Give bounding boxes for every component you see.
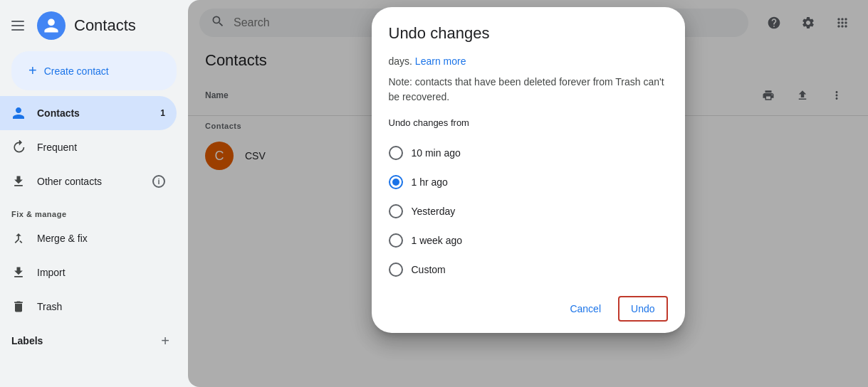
labels-section: Labels + xyxy=(0,324,188,358)
radio-label-yesterday: Yesterday xyxy=(412,204,456,219)
dialog-body-text: days. Learn more xyxy=(389,54,668,69)
import-label: Import xyxy=(37,267,66,278)
trash-icon xyxy=(11,299,26,314)
fix-manage-section-label: Fix & manage xyxy=(0,198,188,221)
cancel-button[interactable]: Cancel xyxy=(558,297,612,320)
radio-group-label: Undo changes from xyxy=(389,116,668,130)
dialog-overlay: Undo changes days. Learn more Note: cont… xyxy=(188,0,868,387)
sidebar-item-merge-fix[interactable]: Merge & fix xyxy=(0,221,177,255)
history-icon xyxy=(11,140,26,154)
trash-label: Trash xyxy=(37,301,62,312)
radio-option-1week[interactable]: 1 week ago xyxy=(389,226,668,255)
contacts-badge: 1 xyxy=(160,108,165,118)
radio-circle-1week xyxy=(389,233,403,248)
sidebar-item-other-contacts[interactable]: Other contacts i xyxy=(0,164,177,198)
create-contact-label: Create contact xyxy=(44,65,109,77)
radio-option-custom[interactable]: Custom xyxy=(389,255,668,285)
download-icon xyxy=(11,174,26,189)
merge-fix-label: Merge & fix xyxy=(37,233,88,244)
note-text: Note: contacts that have been deleted fo… xyxy=(389,75,668,105)
radio-label-1week: 1 week ago xyxy=(412,233,463,248)
radio-option-10min[interactable]: 10 min ago xyxy=(389,139,668,168)
sidebar-item-trash[interactable]: Trash xyxy=(0,290,177,324)
other-contacts-info-icon[interactable]: i xyxy=(152,175,165,188)
person-icon xyxy=(11,106,26,120)
plus-icon: + xyxy=(28,63,37,79)
dialog-body: days. Learn more Note: contacts that hav… xyxy=(372,54,685,285)
dialog-title: Undo changes xyxy=(372,7,685,54)
menu-icon[interactable] xyxy=(11,17,28,34)
learn-more-link[interactable]: Learn more xyxy=(415,55,466,67)
radio-circle-custom xyxy=(389,263,403,277)
main-content: Contacts Name Phone number Contacts xyxy=(188,0,868,387)
radio-circle-yesterday xyxy=(389,204,403,218)
radio-option-yesterday[interactable]: Yesterday xyxy=(389,197,668,226)
undo-button[interactable]: Undo xyxy=(618,296,667,322)
import-icon xyxy=(11,265,26,280)
app-title: Contacts xyxy=(74,16,136,35)
sidebar-item-contacts[interactable]: Contacts 1 xyxy=(0,96,177,130)
labels-title: Labels xyxy=(11,335,148,346)
sidebar: Contacts + Create contact Contacts 1 Fre… xyxy=(0,0,188,387)
merge-icon xyxy=(11,231,26,245)
create-contact-button[interactable]: + Create contact xyxy=(11,51,177,90)
add-label-button[interactable]: + xyxy=(154,329,177,352)
sidebar-item-frequent[interactable]: Frequent xyxy=(0,130,177,164)
sidebar-header: Contacts xyxy=(0,6,188,51)
radio-circle-10min xyxy=(389,146,403,160)
undo-changes-dialog: Undo changes days. Learn more Note: cont… xyxy=(372,7,685,333)
app-logo xyxy=(37,11,66,40)
dialog-actions: Cancel Undo xyxy=(372,285,685,333)
sidebar-item-import[interactable]: Import xyxy=(0,255,177,290)
radio-circle-1hr xyxy=(389,175,403,189)
radio-label-1hr: 1 hr ago xyxy=(412,175,448,190)
radio-option-1hr[interactable]: 1 hr ago xyxy=(389,168,668,197)
contacts-label: Contacts xyxy=(37,107,80,119)
radio-label-custom: Custom xyxy=(412,263,446,277)
other-contacts-label: Other contacts xyxy=(37,176,102,187)
frequent-label: Frequent xyxy=(37,142,77,153)
radio-label-10min: 10 min ago xyxy=(412,146,461,161)
